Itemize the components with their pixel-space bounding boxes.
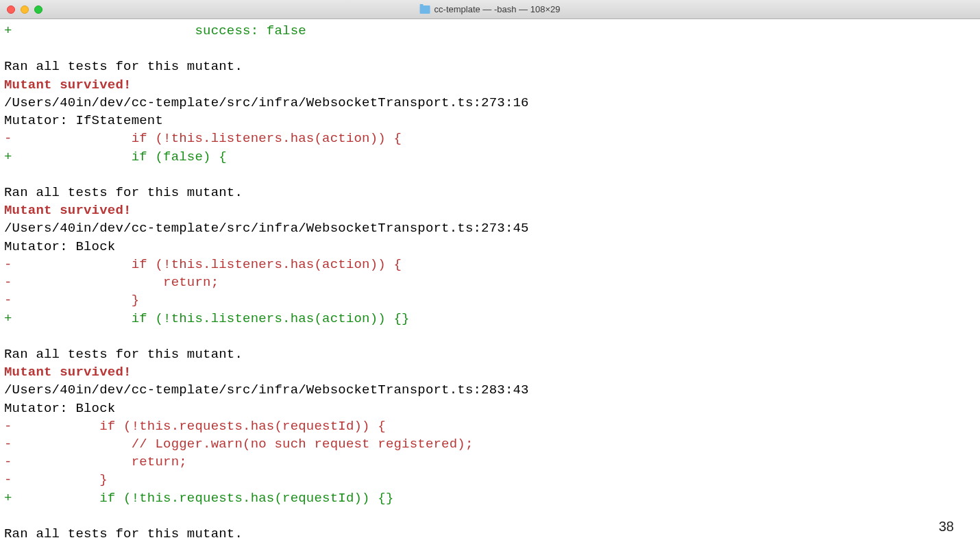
page-number: 38 xyxy=(939,519,954,535)
close-button[interactable] xyxy=(7,5,15,14)
terminal-line: - return; xyxy=(4,453,976,471)
titlebar[interactable]: cc-template — -bash — 108×29 xyxy=(0,0,980,19)
terminal-line: + success: false xyxy=(4,22,976,40)
terminal-line: /Users/40in/dev/cc-template/src/infra/We… xyxy=(4,381,976,399)
terminal-line: - } xyxy=(4,471,976,489)
terminal-line: - if (!this.requests.has(requestId)) { xyxy=(4,417,976,435)
terminal-output[interactable]: + success: false Ran all tests for this … xyxy=(0,19,980,546)
window-title-wrap: cc-template — -bash — 108×29 xyxy=(420,4,561,14)
terminal-line: - return; xyxy=(4,273,976,291)
terminal-line: Mutator: Block xyxy=(4,238,976,256)
terminal-line: - } xyxy=(4,291,976,309)
terminal-line: - if (!this.listeners.has(action)) { xyxy=(4,130,976,147)
terminal-line: + if (!this.requests.has(requestId)) {} xyxy=(4,489,976,507)
traffic-lights xyxy=(7,5,42,14)
terminal-line: Mutator: IfStatement xyxy=(4,112,976,130)
terminal-line: Mutant survived! xyxy=(4,201,976,219)
terminal-line: + if (false) { xyxy=(4,148,976,166)
terminal-line: /Users/40in/dev/cc-template/src/infra/We… xyxy=(4,219,976,237)
terminal-line xyxy=(4,40,976,58)
terminal-line: - // Logger.warn(no such request registe… xyxy=(4,435,976,453)
terminal-line: + if (!this.listeners.has(action)) {} xyxy=(4,310,976,328)
minimize-button[interactable] xyxy=(21,5,29,14)
maximize-button[interactable] xyxy=(34,5,42,14)
terminal-line: Mutant survived! xyxy=(4,76,976,94)
terminal-line: Ran all tests for this mutant. xyxy=(4,58,976,75)
terminal-line: /Users/40in/dev/cc-template/src/infra/We… xyxy=(4,94,976,112)
folder-icon xyxy=(420,5,430,14)
terminal-line: Ran all tests for this mutant. xyxy=(4,345,976,363)
terminal-line: Mutant survived! xyxy=(4,363,976,381)
terminal-line xyxy=(4,507,976,525)
terminal-line: - if (!this.listeners.has(action)) { xyxy=(4,256,976,273)
terminal-line: Ran all tests for this mutant. xyxy=(4,525,976,543)
terminal-line xyxy=(4,166,976,184)
window-title: cc-template — -bash — 108×29 xyxy=(434,4,561,14)
terminal-line: Ran all tests for this mutant. xyxy=(4,184,976,201)
terminal-line xyxy=(4,328,976,345)
terminal-line: Mutator: Block xyxy=(4,400,976,417)
